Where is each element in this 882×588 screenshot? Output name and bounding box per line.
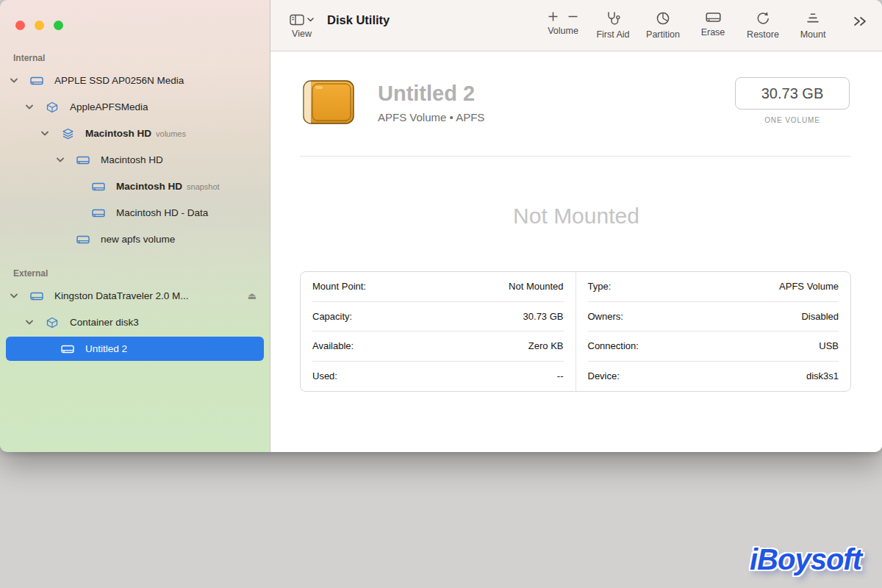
- iboysoft-logo: iBoysoft: [750, 543, 861, 576]
- sidebar-item-label: Macintosh HD - Data: [116, 207, 208, 218]
- detail-row: Connection:USB: [588, 331, 839, 362]
- detail-row: Used:--: [312, 362, 564, 392]
- detail-row: Available:Zero KB: [312, 331, 564, 362]
- volume-button[interactable]: Volume: [542, 0, 584, 51]
- restore-button[interactable]: Restore: [742, 0, 784, 51]
- detail-key: Owners:: [588, 311, 623, 322]
- restore-icon: [756, 11, 770, 26]
- detail-key: Type:: [588, 281, 612, 292]
- chevron-down-icon[interactable]: [24, 104, 35, 110]
- details-right-column: Type:APFS Volume Owners:Disabled Connect…: [576, 272, 851, 391]
- close-window-button[interactable]: [15, 21, 25, 30]
- view-button-label: View: [292, 29, 312, 39]
- sidebar-section-external: External: [13, 268, 270, 279]
- external-drive-icon: [76, 234, 90, 245]
- view-button[interactable]: View: [290, 14, 314, 39]
- detail-value: Zero KB: [528, 340, 564, 351]
- partition-button[interactable]: Partition: [642, 0, 684, 51]
- sidebar-item-appleapfsmedia[interactable]: AppleAPFSMedia: [6, 95, 264, 119]
- detail-key: Connection:: [588, 340, 639, 351]
- detail-row: Mount Point:Not Mounted: [312, 272, 564, 302]
- sidebar-item-macintosh-hd-data[interactable]: Macintosh HD - Data: [6, 201, 264, 225]
- size-caption: ONE VOLUME: [764, 116, 820, 124]
- sidebar-item-new-apfs-volume[interactable]: new apfs volume: [6, 227, 264, 251]
- mount-button-label: Mount: [800, 29, 826, 40]
- sidebar-item-container-disk3[interactable]: Container disk3: [6, 310, 264, 334]
- volume-details-card: Mount Point:Not Mounted Capacity:30.73 G…: [300, 271, 851, 392]
- container-icon: [45, 317, 60, 329]
- toolbar-overflow-button[interactable]: [853, 15, 867, 27]
- detail-key: Mount Point:: [312, 281, 366, 292]
- detail-value: Not Mounted: [509, 281, 563, 292]
- external-drive-icon: [91, 208, 106, 218]
- sidebar-item-kingston-datatraveler[interactable]: Kingston DataTraveler 2.0 M... ⏏: [6, 284, 264, 308]
- add-volume-icon[interactable]: [548, 11, 559, 22]
- desktop-background: Internal APPLE SSD AP0256N Media AppleAP…: [0, 0, 882, 588]
- toolbar-buttons: Volume First Aid Partition Erase: [542, 0, 833, 51]
- chevron-down-icon[interactable]: [9, 78, 19, 83]
- details-left-column: Mount Point:Not Mounted Capacity:30.73 G…: [301, 272, 576, 391]
- first-aid-button-label: First Aid: [596, 29, 629, 40]
- sidebar-item-suffix: volumes: [156, 129, 186, 138]
- detail-key: Available:: [312, 340, 354, 351]
- remove-volume-icon[interactable]: [567, 11, 578, 22]
- detail-key: Device:: [588, 370, 620, 381]
- chevron-down-icon: [307, 18, 314, 22]
- volume-subtitle: APFS Volume • APFS: [378, 111, 484, 123]
- first-aid-icon: [606, 11, 620, 26]
- sidebar-item-label: Macintosh HD: [85, 128, 151, 139]
- erase-button[interactable]: Erase: [692, 0, 734, 51]
- detail-row: Device:disk3s1: [588, 362, 839, 392]
- restore-button-label: Restore: [747, 29, 779, 40]
- sidebar-item-label: Container disk3: [70, 317, 139, 328]
- sidebar-item-apple-ssd[interactable]: APPLE SSD AP0256N Media: [6, 68, 264, 93]
- chevron-down-icon[interactable]: [55, 157, 65, 162]
- volume-content: Untitled 2 APFS Volume • APFS 30.73 GB O…: [270, 51, 882, 452]
- mount-status-text: Not Mounted: [270, 204, 882, 229]
- volume-title-block: Untitled 2 APFS Volume • APFS: [378, 77, 484, 129]
- chevron-down-icon[interactable]: [9, 293, 19, 298]
- sidebar-item-label: Untitled 2: [85, 343, 127, 354]
- volume-header: Untitled 2 APFS Volume • APFS 30.73 GB O…: [270, 51, 882, 129]
- eject-icon[interactable]: ⏏: [248, 290, 257, 301]
- zoom-window-button[interactable]: [54, 21, 63, 30]
- first-aid-button[interactable]: First Aid: [592, 0, 634, 51]
- detail-row: Type:APFS Volume: [588, 272, 839, 302]
- toolbar: View Disk Utility Volume First Aid: [270, 0, 882, 51]
- detail-key: Capacity:: [312, 311, 352, 322]
- container-icon: [45, 101, 60, 113]
- detail-value: USB: [819, 340, 839, 351]
- sidebar-item-label: AppleAPFSMedia: [70, 101, 148, 112]
- detail-value: disk3s1: [806, 370, 839, 381]
- sidebar-item-macintosh-hd[interactable]: Macintosh HD: [6, 148, 264, 172]
- mount-icon: [806, 11, 820, 26]
- erase-icon: [706, 11, 721, 24]
- partition-icon: [656, 11, 670, 26]
- sidebar-item-macintosh-hd-volumes[interactable]: Macintosh HD volumes: [6, 121, 264, 146]
- sidebar: Internal APPLE SSD AP0256N Media AppleAP…: [0, 0, 270, 452]
- detail-key: Used:: [312, 370, 337, 381]
- sidebar-item-label: Macintosh HD: [116, 181, 182, 192]
- detail-value: Disabled: [801, 311, 839, 322]
- main-pane: View Disk Utility Volume First Aid: [270, 0, 882, 452]
- sidebar-section-internal: Internal: [13, 53, 270, 63]
- sidebar-item-untitled-2[interactable]: Untitled 2: [6, 337, 264, 361]
- disk-utility-window: Internal APPLE SSD AP0256N Media AppleAP…: [0, 0, 882, 452]
- detail-row: Capacity:30.73 GB: [312, 302, 564, 332]
- mount-button[interactable]: Mount: [792, 0, 833, 51]
- detail-value: APFS Volume: [779, 281, 839, 292]
- sidebar-item-suffix: snapshot: [187, 182, 220, 191]
- window-title: Disk Utility: [327, 13, 390, 27]
- sidebar-toggle-icon: [290, 14, 304, 26]
- partition-button-label: Partition: [646, 29, 680, 40]
- sidebar-item-label: Macintosh HD: [101, 154, 163, 165]
- external-drive-icon: [29, 76, 44, 86]
- sidebar-item-macintosh-hd-snapshot[interactable]: Macintosh HD snapshot: [6, 174, 264, 198]
- chevron-down-icon[interactable]: [40, 131, 50, 136]
- minimize-window-button[interactable]: [35, 21, 44, 30]
- header-divider: [300, 156, 851, 157]
- chevron-down-icon[interactable]: [24, 320, 35, 325]
- detail-value: --: [557, 370, 564, 381]
- sidebar-item-label: new apfs volume: [101, 234, 175, 245]
- volume-stack-icon: [60, 128, 75, 140]
